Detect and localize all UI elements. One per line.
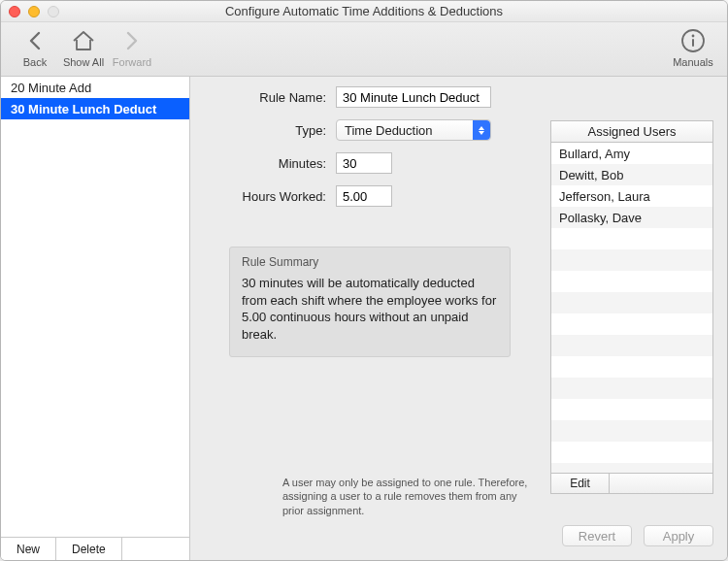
- action-row: Revert Apply: [562, 525, 713, 546]
- rule-summary-box: Rule Summary 30 minutes will be automati…: [229, 247, 511, 357]
- assigned-user-row[interactable]: Pollasky, Dave: [551, 207, 712, 228]
- content: 20 Minute Add 30 Minute Lunch Deduct New…: [1, 77, 727, 560]
- assigned-user-name: Pollasky, Dave: [559, 211, 642, 225]
- assigned-users-footer: Edit: [550, 474, 713, 494]
- assigned-user-row[interactable]: Bullard, Amy: [551, 143, 712, 164]
- assigned-user-name: Dewitt, Bob: [559, 168, 623, 182]
- manuals-button[interactable]: Manuals: [669, 26, 717, 68]
- toolbar: Back Show All Forward Manuals: [1, 22, 727, 77]
- new-rule-button[interactable]: New: [1, 538, 56, 560]
- titlebar: Configure Automatic Time Additions & Ded…: [1, 1, 727, 22]
- assignment-footnote: A user may only be assigned to one rule.…: [282, 476, 535, 517]
- assigned-user-row: [551, 442, 712, 463]
- revert-button[interactable]: Revert: [562, 525, 632, 546]
- edit-assigned-button[interactable]: Edit: [551, 474, 610, 493]
- chevron-up-down-icon: [473, 120, 490, 140]
- assigned-user-row: [551, 420, 712, 442]
- rule-list-item[interactable]: 30 Minute Lunch Deduct: [1, 98, 189, 119]
- assigned-user-row: [551, 228, 712, 249]
- type-select[interactable]: Time Deduction: [336, 119, 491, 141]
- assigned-user-row: [551, 314, 712, 335]
- assigned-user-row: [551, 249, 712, 271]
- assigned-user-row[interactable]: Jefferson, Laura: [551, 185, 712, 207]
- assigned-user-name: Bullard, Amy: [559, 147, 630, 161]
- svg-point-1: [692, 35, 695, 38]
- assigned-user-row: [551, 378, 712, 399]
- chevron-right-icon: [122, 26, 142, 55]
- close-icon[interactable]: [9, 6, 20, 17]
- rule-name: 30 Minute Lunch Deduct: [11, 102, 156, 116]
- back-label: Back: [23, 56, 47, 68]
- show-all-button[interactable]: Show All: [59, 26, 108, 68]
- window: Configure Automatic Time Additions & Ded…: [0, 0, 728, 561]
- show-all-label: Show All: [63, 56, 104, 68]
- sidebar-footer: New Delete: [1, 537, 189, 560]
- back-button[interactable]: Back: [11, 26, 59, 68]
- assigned-user-row: [551, 335, 712, 356]
- assigned-user-row: [551, 271, 712, 292]
- rule-summary-title: Rule Summary: [242, 255, 498, 269]
- assigned-users-panel: Assigned Users Bullard, Amy Dewitt, Bob …: [550, 120, 713, 494]
- info-icon: [680, 26, 706, 55]
- assigned-user-row[interactable]: Dewitt, Bob: [551, 164, 712, 185]
- zoom-icon: [48, 6, 59, 17]
- rule-name-input[interactable]: [336, 86, 491, 108]
- minutes-label: Minutes:: [190, 156, 336, 171]
- home-icon: [71, 26, 96, 55]
- assigned-users-list[interactable]: Bullard, Amy Dewitt, Bob Jefferson, Laur…: [550, 142, 713, 474]
- hours-worked-input[interactable]: [336, 185, 392, 207]
- rule-name-label: Rule Name:: [190, 90, 336, 105]
- assigned-user-name: Jefferson, Laura: [559, 189, 650, 204]
- assigned-user-row: [551, 399, 712, 420]
- assigned-user-row: [551, 356, 712, 378]
- delete-rule-button[interactable]: Delete: [56, 538, 122, 560]
- minutes-input[interactable]: [336, 152, 392, 174]
- rule-list-item[interactable]: 20 Minute Add: [1, 77, 189, 98]
- rule-list[interactable]: 20 Minute Add 30 Minute Lunch Deduct: [1, 77, 189, 537]
- svg-rect-2: [692, 39, 694, 47]
- chevron-left-icon: [25, 26, 45, 55]
- window-title: Configure Automatic Time Additions & Ded…: [9, 4, 719, 18]
- rule-summary-text: 30 minutes will be automatically deducte…: [242, 275, 498, 343]
- form-area: Rule Name: Type: Time Deduction: [190, 86, 511, 218]
- main-panel: Rule Name: Type: Time Deduction: [190, 77, 727, 560]
- assigned-user-row: [551, 292, 712, 314]
- window-controls: [9, 6, 59, 17]
- type-label: Type:: [190, 123, 336, 138]
- rule-name: 20 Minute Add: [11, 81, 91, 95]
- minimize-icon[interactable]: [28, 6, 40, 17]
- assigned-user-row: [551, 463, 712, 474]
- sidebar: 20 Minute Add 30 Minute Lunch Deduct New…: [1, 77, 190, 560]
- assigned-users-title: Assigned Users: [550, 120, 713, 142]
- forward-button: Forward: [108, 26, 156, 68]
- apply-button[interactable]: Apply: [644, 525, 713, 546]
- manuals-label: Manuals: [673, 56, 713, 68]
- forward-label: Forward: [113, 56, 151, 68]
- type-selected: Time Deduction: [345, 123, 433, 138]
- hours-worked-label: Hours Worked:: [190, 189, 336, 204]
